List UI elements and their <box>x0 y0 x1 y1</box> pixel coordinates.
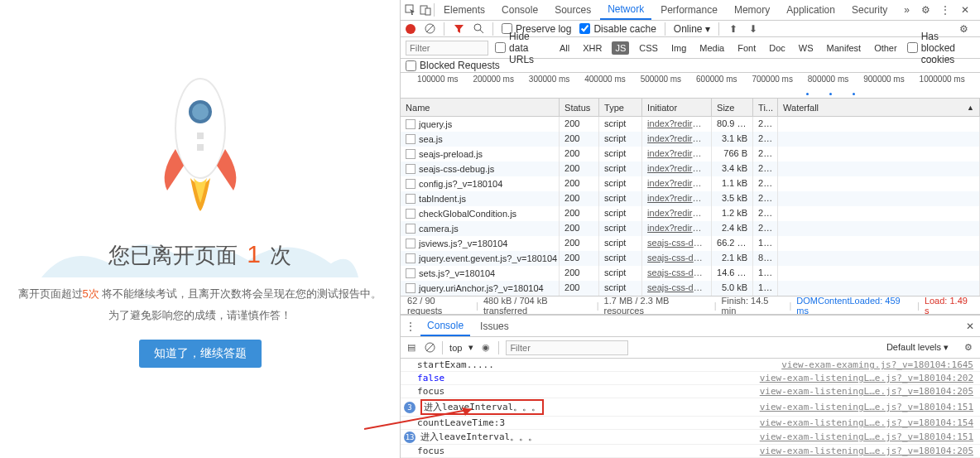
type-font[interactable]: Font <box>734 41 759 55</box>
table-row[interactable]: seajs-css-debug.js200scriptindex?redirec… <box>401 162 980 176</box>
source-link[interactable]: view-exam-listeningL…e.js?_v=180104:205 <box>760 386 973 397</box>
console-line[interactable]: countLeaveTime:3view-exam-listeningL…e.j… <box>401 417 980 430</box>
type-img[interactable]: Img <box>668 41 689 55</box>
filter-icon[interactable] <box>453 23 464 35</box>
col-time[interactable]: Ti... <box>753 99 778 116</box>
annotation-arrow <box>364 406 480 431</box>
col-status[interactable]: Status <box>560 99 599 116</box>
source-link[interactable]: view-exam-listeningL…e.js?_v=180104:151 <box>760 431 973 442</box>
console-body[interactable]: startExam.....view-exam-examing.js?_v=18… <box>401 359 980 458</box>
upload-icon[interactable]: ⬆ <box>728 23 739 35</box>
disable-cache-checkbox[interactable]: Disable cache <box>579 23 656 35</box>
col-type[interactable]: Type <box>599 99 642 116</box>
table-row[interactable]: tabIndent.js200scriptindex?redirect=0...… <box>401 191 980 206</box>
tab-performance[interactable]: Performance <box>653 1 725 19</box>
device-icon[interactable] <box>419 3 432 17</box>
source-link[interactable]: view-exam-examing.js?_v=180104:1645 <box>781 359 973 370</box>
col-name[interactable]: Name <box>401 99 560 116</box>
table-row[interactable]: jquery.event.gevent.js?_v=180104200scrip… <box>401 251 980 266</box>
col-initiator[interactable]: Initiator <box>642 99 712 116</box>
drawer-tabs: ⋮ Console Issues ✕ <box>401 316 980 337</box>
tab-application[interactable]: Application <box>779 1 843 19</box>
type-doc[interactable]: Doc <box>766 41 789 55</box>
inspect-icon[interactable] <box>404 3 417 17</box>
table-row[interactable]: jquery.js200scriptindex?redirect=0...80.… <box>401 117 980 132</box>
eye-icon[interactable]: ◉ <box>480 342 492 354</box>
tab-elements[interactable]: Elements <box>436 1 492 19</box>
clear-icon[interactable] <box>424 23 435 35</box>
col-size[interactable]: Size <box>712 99 753 116</box>
tab-more[interactable]: » <box>896 1 917 19</box>
svg-line-13 <box>480 30 483 33</box>
drawer-tab-console[interactable]: Console <box>420 316 470 336</box>
console-clear-icon[interactable] <box>424 342 435 354</box>
type-xhr[interactable]: XHR <box>579 41 605 55</box>
console-line[interactable]: 3进入leaveInterval。。。view-exam-listeningL…… <box>401 398 980 417</box>
console-line[interactable]: startExam.....view-exam-examing.js?_v=18… <box>401 359 980 372</box>
console-filter-input[interactable] <box>506 340 628 355</box>
search-icon[interactable] <box>473 23 484 35</box>
levels-select[interactable]: Default levels ▾ <box>886 342 949 353</box>
type-all[interactable]: All <box>556 41 573 55</box>
console-toolbar: ▤ top ▾ ◉ Default levels ▾ ⚙ <box>401 337 980 359</box>
type-ws[interactable]: WS <box>795 41 817 55</box>
file-icon <box>406 268 416 278</box>
drawer-close-icon[interactable]: ✕ <box>963 320 977 333</box>
throttle-select[interactable]: Online ▾ <box>674 23 710 35</box>
source-link[interactable]: view-exam-listeningL…e.js?_v=180104:202 <box>760 373 973 383</box>
context-select[interactable]: top <box>449 343 462 353</box>
table-row[interactable]: jsviews.js?_v=180104200scriptseajs-css-d… <box>401 236 980 251</box>
type-js[interactable]: JS <box>612 41 629 55</box>
source-link[interactable]: view-exam-listeningL…e.js?_v=180104:151 <box>760 402 973 412</box>
table-row[interactable]: seajs-preload.js200scriptindex?redirect=… <box>401 147 980 162</box>
console-line[interactable]: falseview-exam-listeningL…e.js?_v=180104… <box>401 372 980 385</box>
console-line[interactable]: focusview-exam-listeningL…e.js?_v=180104… <box>401 385 980 398</box>
record-button[interactable] <box>406 24 416 34</box>
filter-bar: Hide data URLs All XHR JS CSS Img Media … <box>401 37 980 59</box>
type-css[interactable]: CSS <box>636 41 661 55</box>
timeline-overview[interactable]: 100000 ms200000 ms300000 ms400000 ms5000… <box>401 73 980 99</box>
table-row[interactable]: jquery.uriAnchor.js?_v=180104200scriptse… <box>401 281 980 296</box>
type-other[interactable]: Other <box>871 41 901 55</box>
col-waterfall[interactable]: Waterfall▲ <box>778 99 980 116</box>
tab-security[interactable]: Security <box>844 1 895 19</box>
drawer-kebab-icon[interactable]: ⋮ <box>404 320 417 333</box>
devtools-panel: Elements Console Sources Network Perform… <box>400 0 980 458</box>
console-sidebar-icon[interactable]: ▤ <box>406 342 417 354</box>
close-icon[interactable]: ✕ <box>958 3 972 17</box>
table-row[interactable]: config.js?_v=180104200scriptindex?redire… <box>401 176 980 191</box>
tab-network[interactable]: Network <box>600 0 651 20</box>
continue-button[interactable]: 知道了，继续答题 <box>139 340 262 368</box>
kebab-icon[interactable]: ⋮ <box>939 3 952 17</box>
tab-console[interactable]: Console <box>494 1 545 19</box>
source-link[interactable]: view-exam-listeningL…e.js?_v=180104:205 <box>760 446 973 456</box>
blocked-req-checkbox[interactable] <box>406 60 416 71</box>
type-manifest[interactable]: Manifest <box>824 41 865 55</box>
filter-input[interactable] <box>406 41 488 55</box>
title-pre: 您已离开页面 <box>108 243 243 268</box>
download-icon[interactable]: ⬇ <box>747 23 759 35</box>
table-row[interactable]: camera.js200scriptindex?redirect=0...2.4… <box>401 221 980 236</box>
source-link[interactable]: view-exam-listeningL…e.js?_v=180104:154 <box>760 417 973 428</box>
table-row[interactable]: checkGlobalCondition.js200scriptindex?re… <box>401 206 980 221</box>
summary-transferred: 480 kB / 704 kB transferred <box>483 296 592 316</box>
table-row[interactable]: sets.js?_v=180104200scriptseajs-css-debu… <box>401 266 980 281</box>
rocket-illustration <box>151 66 250 215</box>
summary-load: Load: 1.49 s <box>925 296 973 316</box>
type-media[interactable]: Media <box>696 41 728 55</box>
file-icon <box>406 164 416 174</box>
table-body[interactable]: jquery.js200scriptindex?redirect=0...80.… <box>401 117 980 296</box>
tab-sources[interactable]: Sources <box>547 1 598 19</box>
app-content: 您已离开页面 1 次 离开页面超过5次 将不能继续考试，且离开次数将会呈现在您的… <box>0 0 400 458</box>
table-row[interactable]: sea.js200scriptindex?redirect=0...3.1 kB… <box>401 132 980 147</box>
message-line2: 为了避免影响您的成绩，请谨慎作答！ <box>0 308 400 323</box>
console-line[interactable]: 13进入leaveInterval。。。view-exam-listeningL… <box>401 430 980 445</box>
console-line[interactable]: focusview-exam-listeningL…e.js?_v=180104… <box>401 445 980 458</box>
drawer-tab-issues[interactable]: Issues <box>473 317 516 335</box>
summary-requests: 62 / 90 requests <box>407 296 471 316</box>
console-gear-icon[interactable]: ⚙ <box>962 341 975 354</box>
gear-icon[interactable]: ⚙ <box>919 3 932 17</box>
tab-memory[interactable]: Memory <box>727 1 777 19</box>
title-post: 次 <box>264 243 291 268</box>
summary-dcl: DOMContentLoaded: 459 ms <box>796 296 912 316</box>
